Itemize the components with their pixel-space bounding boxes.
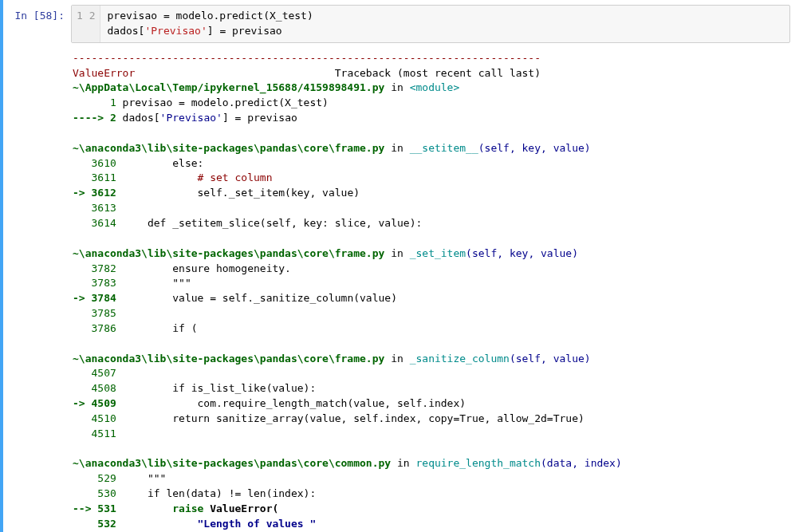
f2-3614t: def _setitem_slice(self, key: slice, val…: [116, 217, 423, 229]
f5-529n: 529: [73, 472, 116, 484]
f2-3614n: 3614: [73, 217, 116, 229]
f4-4511n: 4511: [73, 428, 116, 439]
input-prompt: In [58]:: [3, 5, 71, 532]
frame3-path: ~\anaconda3\lib\site-packages\pandas\cor…: [73, 247, 384, 259]
f5-531a: --> 531: [73, 502, 116, 514]
code-line-2c: ] = previsao: [207, 25, 282, 37]
f5-532t: "Length of values ": [116, 518, 316, 530]
f4-4510t: return sanitize_array(value, self.index,…: [116, 412, 585, 424]
f3-3784a: -> 3784: [73, 292, 116, 304]
line-number-gutter: 1 2: [72, 6, 100, 42]
f3-3783t: """: [116, 277, 191, 289]
f2-3613n: 3613: [73, 202, 116, 214]
f2-3611n: 3611: [73, 171, 116, 183]
frame2-in: in: [384, 142, 409, 154]
frame5-args: (data, index): [541, 457, 622, 469]
frame1-func: <module>: [410, 81, 460, 93]
cell-body: 1 2 previsao = modelo.predict(X_test) da…: [71, 5, 803, 532]
f5-530n: 530: [73, 487, 116, 499]
f1-arrow: ----> 2: [73, 112, 116, 124]
f2-3612t: self._set_item(key, value): [116, 187, 360, 199]
f4-4509t: com.require_length_match(value, self.ind…: [116, 397, 466, 409]
f1-ln1: 1: [73, 97, 116, 108]
code-content[interactable]: previsao = modelo.predict(X_test) dados[…: [100, 6, 319, 42]
output-traceback: ----------------------------------------…: [71, 51, 790, 532]
f5-532n: 532: [73, 518, 116, 530]
frame2-args: (self, key, value): [478, 142, 591, 154]
error-type: ValueError: [73, 67, 135, 79]
code-line-1: previsao = modelo.predict(X_test): [107, 10, 313, 22]
f5-529t: """: [116, 472, 167, 484]
f2-3611t: # set column: [116, 171, 273, 183]
f1-code2a: dados[: [116, 112, 160, 124]
frame5-in: in: [391, 457, 415, 469]
f1-code1: previsao = modelo.predict(X_test): [116, 97, 329, 108]
code-line-2-str: 'Previsao': [144, 25, 207, 37]
frame2-func: __setitem__: [410, 142, 478, 154]
f3-3785n: 3785: [73, 307, 116, 319]
frame5-func: require_length_match: [415, 457, 541, 469]
f5-531-rest: ValueError(: [203, 502, 278, 514]
frame4-path: ~\anaconda3\lib\site-packages\pandas\cor…: [73, 353, 384, 365]
code-input-area[interactable]: 1 2 previsao = modelo.predict(X_test) da…: [71, 5, 790, 43]
f1-code2-str: 'Previsao': [160, 112, 222, 124]
f1-code2c: ] = previsao: [222, 112, 297, 124]
frame4-func: _sanitize_column: [410, 353, 510, 365]
frame3-args: (self, key, value): [466, 247, 578, 259]
f5-531-raise: raise: [116, 502, 204, 514]
f4-4507n: 4507: [73, 367, 116, 379]
code-line-2a: dados[: [107, 25, 144, 37]
f2-3610n: 3610: [73, 157, 116, 169]
frame3-in: in: [384, 247, 409, 259]
f4-4508t: if is_list_like(value):: [116, 382, 316, 394]
frame3-func: _set_item: [410, 247, 466, 259]
f3-3783n: 3783: [73, 277, 116, 289]
tb-header: Traceback (most recent call last): [135, 67, 541, 79]
notebook-cell: In [58]: 1 2 previsao = modelo.predict(X…: [0, 0, 803, 532]
f3-3782t: ensure homogeneity.: [116, 262, 291, 274]
f3-3782n: 3782: [73, 262, 116, 274]
f3-3786n: 3786: [73, 322, 116, 334]
f4-4510n: 4510: [73, 412, 116, 424]
f4-4508n: 4508: [73, 382, 116, 394]
f3-3784t: value = self._sanitize_column(value): [116, 292, 397, 304]
frame1-path: ~\AppData\Local\Temp/ipykernel_15688/415…: [73, 81, 384, 93]
frame4-in: in: [384, 353, 409, 365]
f5-530t: if len(data) != len(index):: [116, 487, 316, 499]
frame4-args: (self, value): [510, 353, 591, 365]
f4-4509a: -> 4509: [73, 397, 116, 409]
frame2-path: ~\anaconda3\lib\site-packages\pandas\cor…: [73, 142, 384, 154]
frame1-in: in: [384, 81, 409, 93]
f3-3786t: if (: [116, 322, 198, 334]
tb-dashes: ----------------------------------------…: [73, 52, 541, 64]
f2-3612a: -> 3612: [73, 187, 116, 199]
frame5-path: ~\anaconda3\lib\site-packages\pandas\cor…: [73, 457, 391, 469]
f2-3610t: else:: [116, 157, 204, 169]
